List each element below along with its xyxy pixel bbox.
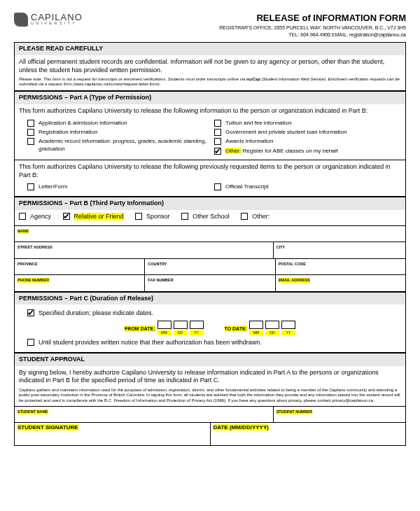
lbl-school: Other School xyxy=(192,213,230,221)
lbl-letter: Letter/Form xyxy=(38,183,67,190)
to-mm[interactable] xyxy=(249,321,263,329)
chk-tuition[interactable] xyxy=(214,120,221,127)
approval-p1: By signing below, I hereby authorize Cap… xyxy=(19,369,401,385)
chk-sponsor[interactable] xyxy=(135,213,142,220)
lbl-other-text: Register for ABE classes on my behalf xyxy=(242,148,337,154)
chk-loan[interactable] xyxy=(214,129,221,136)
registrar-contact: TEL: 604.984.4900 EMAIL: registration@ca… xyxy=(219,31,406,38)
field-student-number[interactable]: STUDENT NUMBER xyxy=(274,407,405,422)
lbl-specified: Specified duration; please indicate date… xyxy=(38,309,153,318)
to-dd[interactable] xyxy=(265,321,279,329)
lbl-application: Application & admission information xyxy=(38,120,214,127)
chk-application[interactable] xyxy=(27,120,34,127)
part-a-body: This form authorizes Capilano University… xyxy=(14,104,406,160)
logo-sub: UNIVERSITY xyxy=(31,22,83,25)
part-c-head: PERMISSIONS – Part C (Duration of Releas… xyxy=(14,292,406,305)
note-a: Please note: This form is not a request … xyxy=(19,77,246,81)
logo: CAPILANO UNIVERSITY xyxy=(14,13,83,27)
chk-until[interactable] xyxy=(27,339,34,346)
chk-registration[interactable] xyxy=(27,129,34,136)
confidential-text: All official permanent student records a… xyxy=(19,58,401,74)
form-title: RELEASE of INFORMATION FORM xyxy=(219,13,406,24)
field-city[interactable]: CITY xyxy=(274,242,405,258)
from-date-label: FROM DATE: xyxy=(125,326,155,332)
field-province[interactable]: PROVINCE xyxy=(15,259,145,274)
part-a-head: PERMISSIONS – Part A (Type of Permission… xyxy=(14,91,406,104)
chk-other[interactable] xyxy=(214,148,221,155)
field-student-name[interactable]: STUDENT NAME xyxy=(15,407,274,422)
from-mm[interactable] xyxy=(158,321,172,329)
from-yy[interactable] xyxy=(190,321,204,329)
lbl-awards: Awards information xyxy=(225,138,401,145)
field-street[interactable]: STREET ADDRESS xyxy=(15,242,274,258)
lbl-tuition: Tuition and fee information xyxy=(225,120,401,127)
part-a-prev: This form authorizes Capilano University… xyxy=(14,160,406,197)
part-b-opts: Agency Relative or Friend Sponsor Other … xyxy=(14,210,406,227)
lbl-b-other: Other: xyxy=(252,213,270,221)
chk-school[interactable] xyxy=(181,213,188,220)
part-b-head: PERMISSIONS – Part B (Third Party Inform… xyxy=(14,197,406,210)
chk-agency[interactable] xyxy=(19,213,26,220)
privacy-link[interactable]: privacy@capilanou.ca xyxy=(332,398,373,402)
logo-mark xyxy=(14,13,28,27)
chk-awards[interactable] xyxy=(214,138,221,145)
to-yy[interactable] xyxy=(281,321,295,329)
request-form-link[interactable]: www.capilanou.ca/current/request-letter-… xyxy=(74,82,158,86)
approval-body: By signing below, I hereby authorize Cap… xyxy=(14,366,406,407)
chk-b-other[interactable] xyxy=(241,213,248,220)
read-carefully-head: PLEASE READ CAREFULLY xyxy=(14,42,406,55)
note-b: myCap xyxy=(246,77,260,81)
field-date[interactable]: DATE (MM/DD/YYYY) xyxy=(211,423,406,445)
lbl-registration: Registration information xyxy=(38,129,214,136)
field-country[interactable]: COUNTRY xyxy=(145,259,275,274)
chk-specified[interactable] xyxy=(27,309,34,316)
to-date-label: TO DATE: xyxy=(225,326,247,332)
approval-head: STUDENT APPROVAL xyxy=(14,353,406,366)
from-dd[interactable] xyxy=(174,321,188,329)
field-phone[interactable]: PHONE NUMBER xyxy=(15,275,145,290)
lbl-other: Other: xyxy=(225,148,241,154)
read-carefully-body: All official permanent student records a… xyxy=(14,55,406,91)
field-email[interactable]: EMAIL ADDRESS xyxy=(276,275,405,290)
field-fax[interactable]: FAX NUMBER xyxy=(145,275,275,290)
note-d: ). xyxy=(158,82,161,86)
lbl-transcript: Official Transcript xyxy=(225,183,269,190)
field-signature[interactable]: STUDENT SIGNATURE xyxy=(15,423,211,445)
registrar-address: REGISTRAR'S OFFICE, 2055 PURCELL WAY, NO… xyxy=(219,24,406,31)
chk-transcript[interactable] xyxy=(214,183,221,190)
lbl-loan: Government and private student loan info… xyxy=(225,129,401,136)
lbl-academic: Academic record information: progress, g… xyxy=(38,138,214,153)
lbl-relative: Relative or Friend xyxy=(74,213,124,221)
field-name[interactable]: NAME xyxy=(15,226,405,241)
part-c-body: Specified duration; please indicate date… xyxy=(14,304,406,353)
chk-letter[interactable] xyxy=(27,183,34,190)
lbl-agency: Agency xyxy=(30,213,51,221)
lbl-until: Until student provides written notice th… xyxy=(38,339,262,347)
part-a-intro: This form authorizes Capilano University… xyxy=(19,107,401,115)
prev-intro: This form authorizes Capilano University… xyxy=(19,163,401,179)
chk-academic[interactable] xyxy=(27,138,34,145)
lbl-sponsor: Sponsor xyxy=(146,213,170,221)
chk-relative[interactable] xyxy=(63,213,70,220)
field-postal[interactable]: POSTAL CODE xyxy=(276,259,405,274)
